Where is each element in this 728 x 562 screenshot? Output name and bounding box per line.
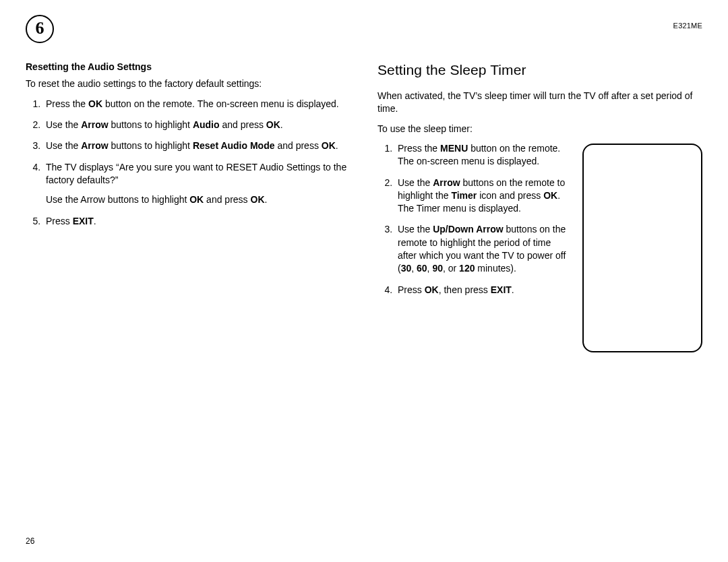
model-code: E321ME bbox=[673, 22, 702, 30]
left-intro: To reset the audio settings to the facto… bbox=[26, 77, 351, 90]
left-step-1: Press the OK button on the remote. The o… bbox=[43, 98, 351, 111]
right-steps: Press the MENU button on the remote. The… bbox=[377, 142, 570, 296]
left-step-3: Use the Arrow buttons to highlight Reset… bbox=[43, 139, 351, 152]
right-step-2: Use the Arrow buttons on the remote to h… bbox=[395, 177, 570, 216]
left-steps: Press the OK button on the remote. The o… bbox=[26, 98, 351, 228]
page-header: 6 E321ME bbox=[26, 19, 702, 49]
right-step-4: Press OK, then press EXIT. bbox=[395, 284, 570, 296]
right-step-1: Press the MENU button on the remote. The… bbox=[395, 142, 570, 168]
right-step-text: Press the MENU button on the remote. The… bbox=[377, 142, 570, 305]
right-intro: When activated, the TV’s sleep timer wil… bbox=[377, 90, 702, 116]
left-step-5: Press EXIT. bbox=[43, 215, 351, 228]
screen-illustration-placeholder bbox=[582, 144, 702, 352]
content-columns: Resetting the Audio Settngs To reset the… bbox=[26, 61, 702, 352]
left-column: Resetting the Audio Settngs To reset the… bbox=[26, 61, 351, 352]
right-row: Press the MENU button on the remote. The… bbox=[377, 142, 702, 352]
left-step-2: Use the Arrow buttons to highlight Audio… bbox=[43, 119, 351, 131]
right-column: Setting the Sleep Timer When activated, … bbox=[377, 61, 702, 352]
right-lead: To use the sleep timer: bbox=[377, 123, 702, 135]
chapter-badge: 6 bbox=[26, 15, 54, 43]
manual-page: 6 E321ME Resetting the Audio Settngs To … bbox=[0, 0, 728, 562]
left-step-4-sub: Use the Arrow buttons to highlight OK an… bbox=[46, 193, 351, 206]
left-step-4: The TV displays “Are you sure you want t… bbox=[43, 161, 351, 207]
right-step-3: Use the Up/Down Arrow buttons on the rem… bbox=[395, 223, 570, 275]
left-subhead: Resetting the Audio Settngs bbox=[26, 61, 351, 73]
chapter-number: 6 bbox=[36, 20, 44, 37]
right-section-title: Setting the Sleep Timer bbox=[377, 61, 702, 80]
page-number: 26 bbox=[26, 536, 34, 546]
